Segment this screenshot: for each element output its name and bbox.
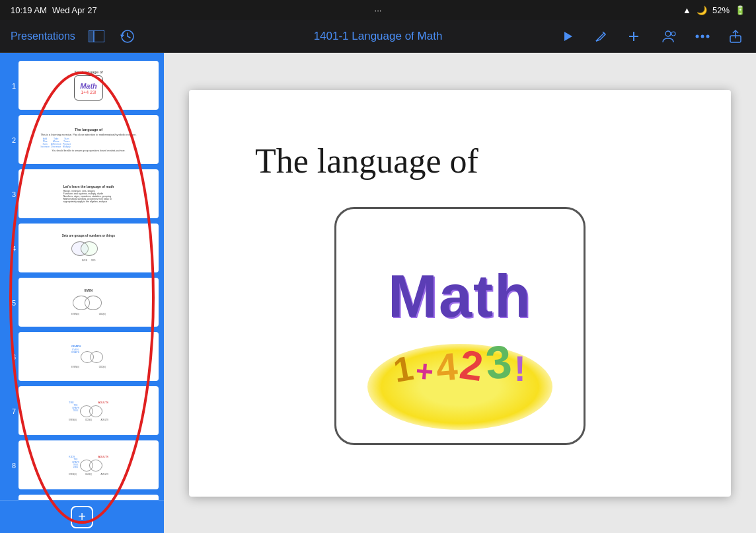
slide-number: 7 <box>5 407 16 415</box>
slide-item[interactable]: 9 JUNK Adults <box>0 492 164 500</box>
annotate-button[interactable] <box>591 26 611 46</box>
num-1: 1 <box>391 348 416 390</box>
slides-sidebar: 1 The language of Math 1+4 23! 2 <box>0 53 164 533</box>
status-left: 10:19 AM Wed Apr 27 <box>11 5 97 15</box>
slide-number: 3 <box>5 190 16 198</box>
toolbar-right <box>558 26 745 46</box>
svg-point-12 <box>701 34 704 38</box>
svg-point-9 <box>665 31 671 36</box>
slide-thumbnail[interactable]: Let's learn the language of math Range, … <box>19 169 159 218</box>
num-excl: ! <box>514 348 526 389</box>
slide-number: 2 <box>5 136 16 144</box>
slide-item[interactable]: 1 The language of Math 1+4 23! <box>0 58 164 112</box>
status-right: ▲ 🌙 52% 🔋 <box>683 5 745 15</box>
wifi-icon: ▲ <box>683 5 691 15</box>
slide-item[interactable]: 7 TREADULTS TREGRAPHTREE <box>0 384 164 438</box>
svg-rect-1 <box>89 30 94 42</box>
math-word: Math <box>388 263 532 331</box>
slide-number: 1 <box>5 82 16 90</box>
math-image-box: Math 1 + 4 2 3 ! <box>334 207 586 445</box>
slide-number: 5 <box>5 299 16 307</box>
users-button[interactable] <box>657 26 679 46</box>
moon-icon: 🌙 <box>697 5 707 15</box>
add-slide-icon: + <box>71 506 93 528</box>
slide-thumbnail[interactable]: Sets are groups of numbers or things EVE… <box>19 224 159 272</box>
slide-thumbnail[interactable]: The language of Math 1+4 23! <box>19 61 159 110</box>
panel-toggle-button[interactable] <box>86 28 107 45</box>
add-slide-button[interactable]: + <box>0 500 164 533</box>
status-bar: 10:19 AM Wed Apr 27 ··· ▲ 🌙 52% 🔋 <box>0 0 756 20</box>
status-time: 10:19 AM <box>11 5 47 15</box>
battery-percentage: 52% <box>712 5 730 15</box>
slide-item[interactable]: 8 KIDSADULTS TREGRAPHTREEKIDS <box>0 438 164 492</box>
slide-thumbnail[interactable]: JUNK Adults <box>19 495 159 500</box>
slide-thumbnail[interactable]: GRAPH EVENGRAPH EVEN(#)ODD(#) <box>19 332 159 381</box>
num-4: 4 <box>434 344 459 390</box>
math-numbers: 1 + 4 2 3 ! <box>394 336 525 389</box>
content-area: The language of Math 1 + 4 2 3 ! <box>164 53 756 533</box>
slide-item[interactable]: 3 Let's learn the language of math Range… <box>0 167 164 221</box>
svg-point-11 <box>696 34 699 38</box>
num-3: 3 <box>483 335 513 390</box>
slide-thumbnail[interactable]: EVEN EVEN(#)ODD(#) <box>19 278 159 327</box>
svg-point-10 <box>671 32 675 36</box>
svg-marker-4 <box>564 32 572 41</box>
play-button[interactable] <box>558 26 578 46</box>
num-2: 2 <box>457 341 486 390</box>
num-plus: + <box>414 352 435 390</box>
status-center-dots: ··· <box>375 5 382 15</box>
slide-thumbnail[interactable]: TREADULTS TREGRAPHTREE EVEN(#)ODD(#) <box>19 386 159 435</box>
main-layout: 1 The language of Math 1+4 23! 2 <box>0 53 756 533</box>
slide-list[interactable]: 1 The language of Math 1+4 23! 2 <box>0 53 164 500</box>
slide-title: The language of <box>255 142 478 181</box>
more-options-button[interactable] <box>693 32 712 41</box>
slide-number: 4 <box>5 245 16 253</box>
slide-canvas: The language of Math 1 + 4 2 3 ! <box>189 90 731 497</box>
status-date: Wed Apr 27 <box>52 5 97 15</box>
battery-icon: 🔋 <box>735 5 745 15</box>
slide-item[interactable]: 5 EVEN EVEN(#)ODD(#) <box>0 275 164 329</box>
toolbar-left: Presentations <box>11 26 137 46</box>
slide-item[interactable]: 4 Sets are groups of numbers or things E… <box>0 221 164 275</box>
slide-item[interactable]: 2 The language of This is a listening ex… <box>0 112 164 167</box>
svg-line-6 <box>596 40 598 41</box>
presentations-button[interactable]: Presentations <box>11 30 75 42</box>
share-button[interactable] <box>726 26 745 46</box>
slide-number: 8 <box>5 462 16 470</box>
svg-point-13 <box>706 34 710 38</box>
add-content-button[interactable] <box>624 26 644 46</box>
slide-item[interactable]: 6 GRAPH EVENGRAPH <box>0 329 164 384</box>
presentation-title: 1401-1 Language of Math <box>314 30 443 43</box>
history-button[interactable] <box>118 26 137 46</box>
toolbar: Presentations 1401-1 Language of Math <box>0 20 756 53</box>
slide-number: 6 <box>5 353 16 361</box>
slide-thumbnail[interactable]: KIDSADULTS TREGRAPHTREEKIDS EVEN(#)O <box>19 440 159 489</box>
slide-thumbnail[interactable]: The language of This is a listening exer… <box>19 115 159 164</box>
